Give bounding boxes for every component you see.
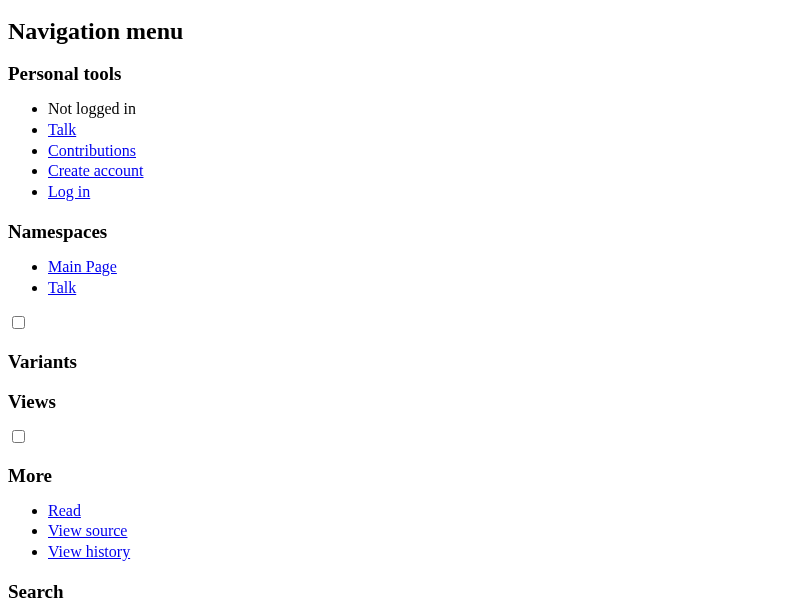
list-item: View history: [48, 542, 792, 563]
search-heading: Search: [8, 581, 792, 600]
list-item: Main Page: [48, 257, 792, 278]
list-item: View source: [48, 521, 792, 542]
main-page-link[interactable]: Main Page: [48, 258, 117, 275]
talk-namespace-link[interactable]: Talk: [48, 279, 76, 296]
list-item: Read: [48, 501, 792, 522]
views-heading: Views: [8, 391, 792, 413]
contributions-link[interactable]: Contributions: [48, 142, 136, 159]
namespaces-heading: Namespaces: [8, 221, 792, 243]
more-list: Read View source View history: [8, 501, 792, 563]
personal-tools-list: Not logged in Talk Contributions Create …: [8, 99, 792, 203]
more-toggle-checkbox[interactable]: [12, 430, 25, 443]
list-item: Contributions: [48, 141, 792, 162]
variants-toggle-checkbox[interactable]: [12, 316, 25, 329]
read-link[interactable]: Read: [48, 502, 81, 519]
variants-heading: Variants: [8, 351, 792, 373]
list-item: Talk: [48, 120, 792, 141]
navigation-menu-heading: Navigation menu: [8, 18, 792, 45]
list-item: Log in: [48, 182, 792, 203]
list-item: Create account: [48, 161, 792, 182]
view-history-link[interactable]: View history: [48, 543, 130, 560]
talk-link[interactable]: Talk: [48, 121, 76, 138]
view-source-link[interactable]: View source: [48, 522, 127, 539]
more-heading: More: [8, 465, 792, 487]
not-logged-in-text: Not logged in: [48, 100, 136, 117]
log-in-link[interactable]: Log in: [48, 183, 90, 200]
create-account-link[interactable]: Create account: [48, 162, 144, 179]
personal-tools-heading: Personal tools: [8, 63, 792, 85]
list-item: Not logged in: [48, 99, 792, 120]
namespaces-list: Main Page Talk: [8, 257, 792, 299]
list-item: Talk: [48, 278, 792, 299]
